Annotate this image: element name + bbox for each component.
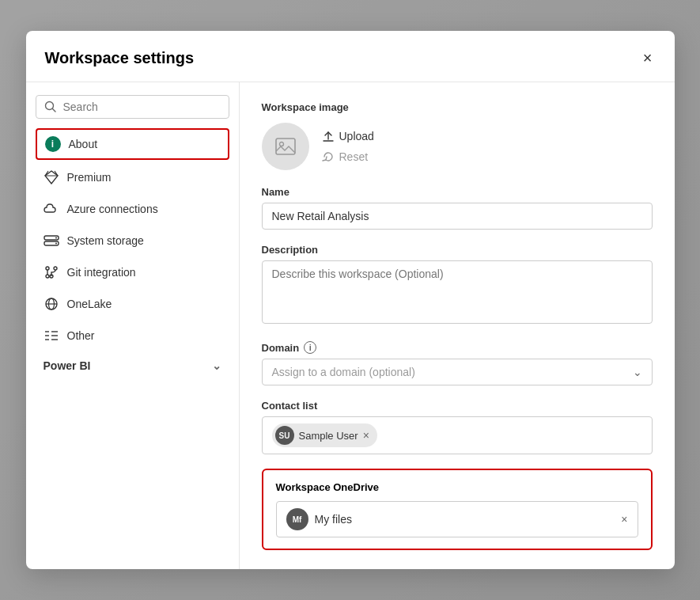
power-bi-label: Power BI <box>44 359 91 372</box>
description-group: Description <box>262 244 653 327</box>
name-group: Name <box>262 186 653 230</box>
other-icon <box>44 328 59 344</box>
sidebar-item-other[interactable]: Other <box>36 321 229 350</box>
onedrive-avatar: Mf <box>286 508 308 530</box>
sidebar-item-label-premium: Premium <box>67 171 112 184</box>
sidebar-item-git[interactable]: Git integration <box>36 258 229 287</box>
domain-info-icon: i <box>304 341 316 354</box>
remove-onedrive-button[interactable]: × <box>621 514 627 525</box>
sidebar-item-label-other: Other <box>67 329 95 342</box>
info-icon: i <box>45 136 61 152</box>
onedrive-title: Workspace OneDrive <box>276 481 638 493</box>
main-content: Workspace image <box>240 82 675 569</box>
domain-group: Domain i Assign to a domain (optional) ⌄ <box>262 341 653 385</box>
cloud-icon <box>44 201 59 217</box>
name-label: Name <box>262 186 653 198</box>
svg-point-8 <box>55 237 57 239</box>
svg-point-24 <box>279 142 283 146</box>
onedrive-name: My files <box>315 513 615 526</box>
close-icon: × <box>643 50 653 66</box>
upload-icon <box>322 130 335 142</box>
contact-list-label: Contact list <box>262 400 653 412</box>
reset-button[interactable]: Reset <box>322 149 374 165</box>
reset-icon <box>322 150 335 163</box>
workspace-image-row: Upload Reset <box>262 123 653 170</box>
sidebar-item-about[interactable]: i About <box>36 128 229 160</box>
image-actions: Upload Reset <box>322 128 374 165</box>
chevron-down-icon: ⌄ <box>633 366 642 378</box>
close-button[interactable]: × <box>640 47 656 69</box>
sidebar-item-azure[interactable]: Azure connections <box>36 195 229 223</box>
diamond-icon <box>44 169 59 185</box>
sidebar: i About <box>26 82 240 569</box>
upload-button[interactable]: Upload <box>322 128 374 144</box>
svg-point-10 <box>46 267 49 270</box>
workspace-onedrive-section: Workspace OneDrive Mf My files × <box>262 469 653 550</box>
search-box[interactable] <box>36 95 229 119</box>
sidebar-item-label-about: About <box>69 138 98 150</box>
onedrive-box[interactable]: Mf My files × <box>276 501 638 537</box>
workspace-settings-modal: Workspace settings × <box>26 31 675 569</box>
git-icon <box>44 264 59 280</box>
modal-header: Workspace settings × <box>26 31 675 82</box>
image-icon <box>274 135 297 158</box>
contact-list-box[interactable]: SU Sample User × <box>262 416 653 454</box>
workspace-image-label: Workspace image <box>262 101 653 113</box>
name-input[interactable] <box>262 203 653 230</box>
contact-name: Sample User <box>299 430 358 442</box>
sidebar-item-storage[interactable]: System storage <box>36 226 229 255</box>
onelake-icon <box>44 296 59 312</box>
modal-title: Workspace settings <box>45 49 195 67</box>
domain-placeholder: Assign to a domain (optional) <box>272 366 415 378</box>
sidebar-item-label-azure: Azure connections <box>67 203 158 215</box>
reset-label: Reset <box>339 150 369 163</box>
svg-point-12 <box>46 275 49 278</box>
description-label: Description <box>262 244 653 256</box>
avatar: SU <box>275 426 294 445</box>
sidebar-item-label-git: Git integration <box>67 266 136 279</box>
svg-line-1 <box>52 109 55 112</box>
sidebar-item-onelake[interactable]: OneLake <box>36 290 229 318</box>
remove-contact-button[interactable]: × <box>363 430 369 441</box>
sidebar-item-premium[interactable]: Premium <box>36 163 229 192</box>
search-icon <box>44 101 57 113</box>
description-input[interactable] <box>262 260 653 324</box>
chevron-down-icon: ⌄ <box>212 359 221 372</box>
workspace-image-group: Workspace image <box>262 101 653 170</box>
svg-point-0 <box>45 102 53 110</box>
svg-rect-23 <box>276 139 295 154</box>
upload-label: Upload <box>339 130 374 142</box>
svg-point-9 <box>55 243 57 245</box>
contact-chip-sample-user: SU Sample User × <box>272 423 377 447</box>
modal-body: i About <box>26 82 675 569</box>
svg-point-11 <box>54 267 57 270</box>
search-input[interactable] <box>63 101 221 113</box>
image-placeholder <box>262 123 309 170</box>
storage-icon <box>44 233 59 249</box>
domain-label: Domain i <box>262 341 653 354</box>
domain-select[interactable]: Assign to a domain (optional) ⌄ <box>262 359 653 385</box>
sidebar-item-label-storage: System storage <box>67 234 144 247</box>
sidebar-item-label-onelake: OneLake <box>67 298 112 310</box>
contact-list-group: Contact list SU Sample User × <box>262 400 653 454</box>
power-bi-section[interactable]: Power BI ⌄ <box>36 353 229 378</box>
